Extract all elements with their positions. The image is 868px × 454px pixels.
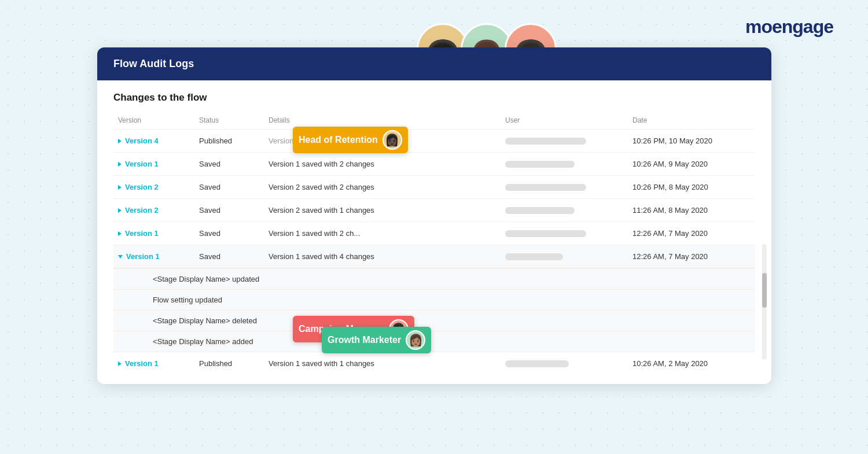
cell-details: Version 2 saved with 1 changes [264, 206, 501, 215]
cell-version[interactable]: Version 1 [113, 359, 194, 368]
cell-status: Saved [194, 252, 264, 261]
user-bar [505, 230, 586, 237]
chevron-right-icon [118, 231, 122, 236]
sub-row: <Stage Display Name> updated [113, 268, 755, 289]
user-bar [505, 184, 586, 191]
cell-user [501, 253, 628, 260]
cell-user [501, 184, 628, 191]
user-bar [505, 207, 575, 214]
cell-status: Saved [194, 183, 264, 191]
user-bar [505, 161, 575, 168]
card-header: Flow Audit Logs [97, 47, 771, 80]
cell-version[interactable]: Version 1 [113, 252, 194, 261]
logo: moengage [745, 16, 833, 38]
tooltip-retention: Head of Retention 👩🏿 [293, 127, 408, 153]
section-title: Changes to the flow [113, 92, 755, 104]
chevron-right-icon [118, 185, 122, 190]
col-status: Status [194, 116, 264, 124]
cell-date: 12:26 AM, 7 May 2020 [628, 229, 755, 238]
cell-version[interactable]: Version 1 [113, 229, 194, 238]
user-bar [505, 360, 569, 367]
cell-status: Saved [194, 206, 264, 215]
expanded-rows: <Stage Display Name> updated Flow settin… [113, 268, 755, 352]
cell-details: Version 2 saved with 2 changes [264, 183, 501, 191]
table-header: Version Status Details User Date [113, 113, 755, 129]
table-row: Version 1 Saved Version 1 saved with 2 c… [113, 152, 755, 175]
user-bar [505, 253, 563, 260]
col-details: Details [264, 116, 501, 124]
cell-date: 10:26 PM, 8 May 2020 [628, 183, 755, 191]
sub-row: Flow setting updated [113, 289, 755, 310]
audit-table: Version Status Details User Date Version… [113, 113, 755, 375]
cell-version[interactable]: Version 4 [113, 136, 194, 145]
scrollbar[interactable] [762, 244, 767, 360]
cell-version[interactable]: Version 1 [113, 160, 194, 168]
chevron-down-icon [118, 255, 123, 259]
logo-text: moengage [745, 16, 833, 37]
cell-status: Saved [194, 229, 264, 238]
table-row: Version 2 Saved Version 2 saved with 2 c… [113, 175, 755, 198]
table-row: Version 4 Published Version 4 saved with… [113, 129, 755, 152]
scrollbar-thumb[interactable] [762, 273, 767, 308]
cell-user [501, 230, 628, 237]
cell-status: Saved [194, 160, 264, 168]
card-body: Changes to the flow Version Status Detai… [97, 80, 771, 384]
cell-user [501, 360, 628, 367]
cell-user [501, 138, 628, 145]
table-row: Version 2 Saved Version 2 saved with 1 c… [113, 198, 755, 222]
user-bar [505, 138, 586, 145]
tooltip-growth: Growth Marketer 👩🏽 [322, 327, 431, 353]
tooltip-retention-label: Head of Retention [299, 135, 378, 145]
col-date: Date [628, 116, 755, 124]
col-user: User [501, 116, 628, 124]
chevron-right-icon [118, 361, 122, 366]
cell-date: 12:26 AM, 7 May 2020 [628, 252, 755, 261]
cell-date: 10:26 AM, 9 May 2020 [628, 160, 755, 168]
table-row: Version 1 Saved Version 1 saved with 2 c… [113, 222, 755, 245]
card-title: Flow Audit Logs [113, 58, 194, 69]
cell-details: Version 1 saved with 2 changes [264, 160, 501, 168]
tooltip-growth-label: Growth Marketer [328, 335, 401, 345]
cell-date: 10:26 AM, 2 May 2020 [628, 359, 755, 368]
cell-details: Version 1 saved with 2 ch... [264, 229, 501, 238]
cell-status: Published [194, 136, 264, 145]
cell-user [501, 161, 628, 168]
cell-date: 10:26 PM, 10 May 2020 [628, 136, 755, 145]
cell-status: Published [194, 359, 264, 368]
cell-details: Version 1 saved with 1 changes [264, 359, 501, 368]
cell-details: Version 1 saved with 4 changes [264, 252, 501, 261]
cell-date: 11:26 AM, 8 May 2020 [628, 206, 755, 215]
cell-version[interactable]: Version 2 [113, 183, 194, 191]
cell-version[interactable]: Version 2 [113, 206, 194, 215]
sub-row: <Stage Display Name> deleted [113, 310, 755, 331]
sub-row: <Stage Display Name> added Growth Market… [113, 331, 755, 352]
table-row: Version 1 Saved Version 1 saved with 4 c… [113, 245, 755, 268]
chevron-right-icon [118, 139, 122, 143]
chevron-right-icon [118, 162, 122, 167]
tooltip-growth-avatar: 👩🏽 [406, 330, 425, 350]
tooltip-retention-avatar: 👩🏿 [382, 130, 402, 150]
main-card: Flow Audit Logs Changes to the flow Vers… [97, 47, 771, 384]
cell-user [501, 207, 628, 214]
chevron-right-icon [118, 208, 122, 213]
table-row: Version 1 Published Version 1 saved with… [113, 352, 755, 375]
col-version: Version [113, 116, 194, 124]
table-rows: Version 4 Published Version 4 saved with… [113, 129, 755, 375]
